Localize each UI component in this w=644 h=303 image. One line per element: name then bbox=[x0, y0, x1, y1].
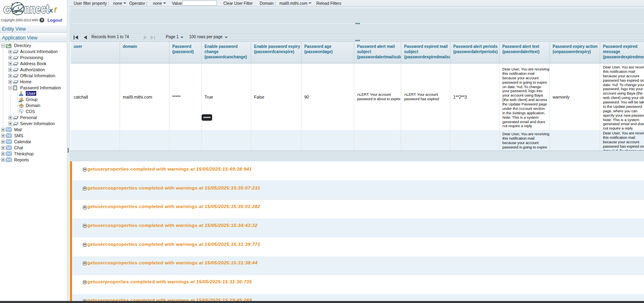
svg-text:nnect: nnect bbox=[24, 2, 49, 16]
svg-text:c: c bbox=[3, 2, 11, 16]
svg-text:x: x bbox=[49, 6, 53, 14]
svg-text:f: f bbox=[54, 6, 57, 14]
